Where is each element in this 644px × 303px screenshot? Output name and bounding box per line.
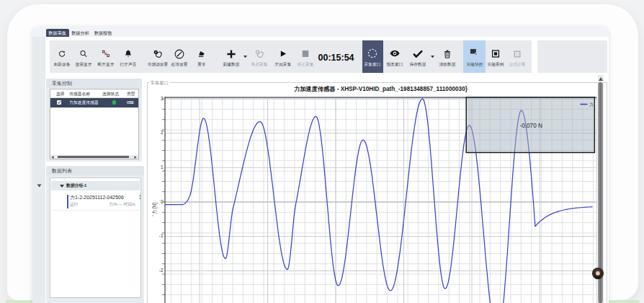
svg-text:-0.070 N: -0.070 N [519, 122, 542, 128]
svg-text:力 [N]: 力 [N] [152, 202, 158, 214]
svg-text:力: 力 [589, 102, 594, 107]
